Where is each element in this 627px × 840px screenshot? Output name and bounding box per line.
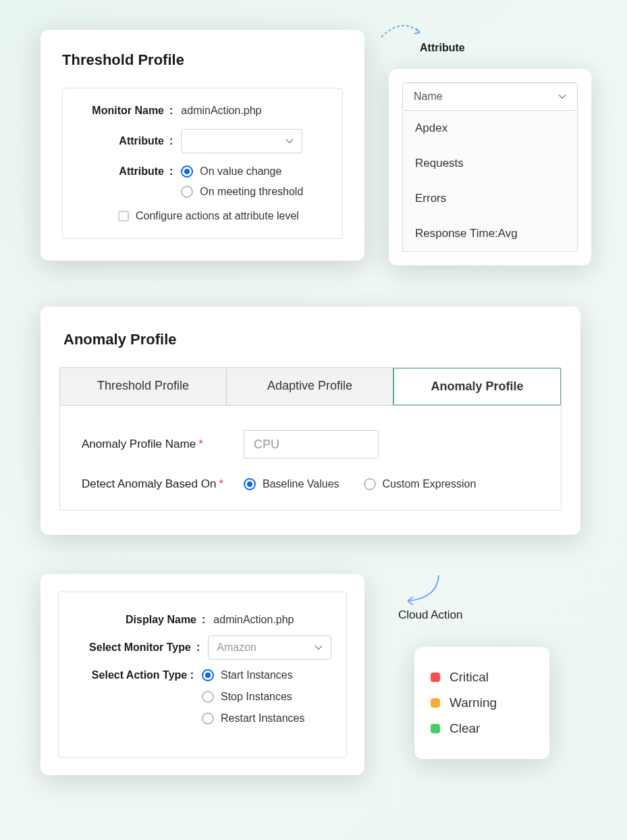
threshold-form: Monitor Name : adminAction.php Attribute… — [62, 88, 343, 239]
tab-adaptive-profile[interactable]: Adaptive Profile — [227, 368, 393, 405]
monitor-type-select[interactable]: Amazon — [208, 635, 331, 660]
attribute-dropdown-card: Name Apdex Requests Errors Response Time… — [389, 69, 591, 265]
attribute-callout-label: Attribute — [420, 42, 465, 54]
dropdown-item-response-time[interactable]: Response Time:Avg — [403, 216, 577, 251]
swatch-warning-icon — [431, 698, 440, 708]
dropdown-header-label: Name — [414, 90, 443, 103]
dropdown-item-apdex[interactable]: Apdex — [403, 111, 577, 146]
attribute-select[interactable] — [181, 129, 302, 153]
legend-warning: Warning — [431, 690, 533, 716]
monitor-type-value: Amazon — [217, 641, 256, 654]
arrow-cloud-icon — [398, 571, 452, 609]
tab-threshold-profile[interactable]: Threshold Profile — [60, 368, 227, 405]
chevron-down-icon — [558, 94, 566, 99]
anomaly-profile-card: Anomaly Profile Threshold Profile Adapti… — [40, 307, 580, 535]
anomaly-title: Anomaly Profile — [59, 331, 562, 348]
tab-anomaly-profile[interactable]: Anomaly Profile — [393, 367, 562, 406]
threshold-profile-card: Threshold Profile Monitor Name : adminAc… — [40, 30, 364, 261]
attribute-trigger-row: Attribute : On value change On meeting t… — [82, 165, 323, 198]
attribute-select-label: Attribute — [82, 135, 169, 147]
configure-actions-checkbox[interactable]: Configure actions at attribute level — [118, 210, 323, 222]
cloud-action-card: Display Name : adminAction.php Select Mo… — [40, 574, 364, 775]
monitor-name-label: Monitor Name — [82, 105, 169, 117]
action-type-row: Select Action Type : Start Instances Sto… — [74, 669, 331, 726]
arrow-attribute-icon — [378, 14, 425, 46]
dropdown-item-errors[interactable]: Errors — [403, 181, 577, 216]
status-legend-card: Critical Warning Clear — [414, 647, 549, 759]
attribute-select-row: Attribute : — [82, 129, 323, 153]
dropdown-item-requests[interactable]: Requests — [403, 146, 577, 181]
action-type-label: Select Action Type : — [74, 669, 202, 681]
radio-custom-expression[interactable]: Custom Expression — [364, 478, 476, 490]
detect-basis-label: Detect Anomaly Based On* — [82, 477, 244, 491]
display-name-value: adminAction.php — [213, 614, 294, 626]
monitor-name-value: adminAction.php — [181, 105, 261, 117]
cloud-form: Display Name : adminAction.php Select Mo… — [58, 592, 347, 758]
profile-tabs: Threshold Profile Adaptive Profile Anoma… — [59, 367, 562, 406]
dropdown-list: Apdex Requests Errors Response Time:Avg — [402, 111, 578, 252]
chevron-down-icon — [285, 138, 294, 144]
anomaly-form: Anomaly Profile Name* Detect Anomaly Bas… — [59, 406, 562, 510]
legend-clear: Clear — [431, 716, 533, 741]
anomaly-name-input[interactable] — [244, 430, 379, 458]
checkbox-icon — [118, 211, 129, 221]
display-name-label: Display Name — [74, 614, 202, 626]
monitor-type-row: Select Monitor Type : Amazon — [74, 635, 331, 660]
detect-basis-row: Detect Anomaly Based On* Baseline Values… — [82, 477, 539, 491]
monitor-name-row: Monitor Name : adminAction.php — [82, 105, 323, 117]
action-radio-group: Start Instances Stop Instances Restart I… — [202, 669, 305, 726]
radio-on-value-change[interactable]: On value change — [181, 165, 303, 178]
threshold-title: Threshold Profile — [62, 51, 343, 69]
swatch-clear-icon — [431, 724, 440, 733]
cloud-action-callout: Cloud Action — [398, 608, 462, 622]
trigger-radio-group: On value change On meeting threshold — [181, 165, 303, 198]
radio-baseline-values[interactable]: Baseline Values — [244, 478, 339, 490]
legend-critical: Critical — [431, 664, 533, 690]
dropdown-header[interactable]: Name — [402, 82, 578, 111]
detect-radio-group: Baseline Values Custom Expression — [244, 478, 476, 490]
swatch-critical-icon — [431, 673, 440, 682]
attribute-trigger-label: Attribute — [82, 165, 169, 178]
radio-on-meeting-threshold[interactable]: On meeting threshold — [181, 186, 303, 198]
display-name-row: Display Name : adminAction.php — [74, 614, 331, 626]
radio-stop-instances[interactable]: Stop Instances — [202, 691, 305, 703]
radio-restart-instances[interactable]: Restart Instances — [202, 712, 305, 725]
chevron-down-icon — [315, 645, 323, 650]
anomaly-name-row: Anomaly Profile Name* — [82, 430, 539, 458]
anomaly-name-label: Anomaly Profile Name* — [82, 438, 244, 451]
radio-start-instances[interactable]: Start Instances — [202, 669, 305, 681]
monitor-type-label: Select Monitor Type — [74, 641, 196, 654]
